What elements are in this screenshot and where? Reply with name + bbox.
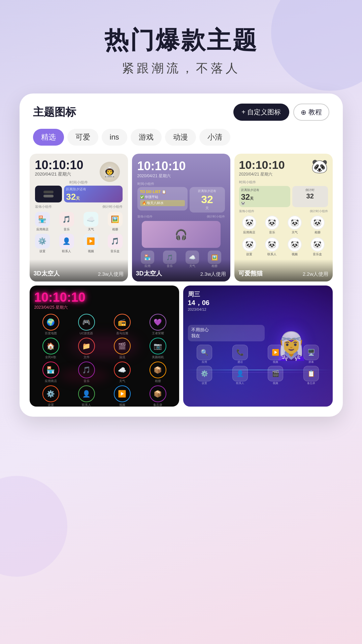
theme-users-white: 2.3w人使用: [98, 271, 124, 277]
panda-icons-row1: 🐼应用商店 🐼音乐 🐼天气 🐼相册: [239, 216, 328, 235]
neon-time: 10:10:10: [34, 290, 174, 305]
theme-grid-top: 10:10:10 2020/04/21 星期六 👨‍🚀 时间小组件: [30, 154, 333, 281]
theme-name-panda: 可爱熊猫: [238, 269, 263, 277]
widgets-row: 距离除夕还有 32天: [35, 186, 123, 202]
panda-widgets: 距离除夕还有 32天 🐼 倒计时 32: [239, 186, 328, 207]
anime-day: 周三: [188, 290, 328, 298]
hero-subtitle: 紧跟潮流，不落人: [104, 60, 258, 77]
panda-icons-row2: 🐼设置 🐼联系人 🐼视频 🐼音乐盒: [239, 237, 328, 257]
theme-card-panda[interactable]: 10:10:10 2020/04/21 星期六 🐼 时间小组件 距离除夕还有 3…: [234, 154, 333, 281]
countdown-widget: 距离除夕还有 32天: [64, 186, 122, 202]
tutorial-label: 教程: [308, 108, 322, 117]
app-grid: 🏪应用商店 🎵音乐 ☁️天气 🖼️相册 ⚙️设置 👤联系人 ▶️视频 🎵音乐盒: [35, 212, 123, 254]
purple-date: 2020/04/21 星期六: [137, 173, 225, 179]
theme-name-purple: 3D太空人: [136, 269, 162, 277]
tab-cute[interactable]: 可爱: [67, 129, 98, 146]
tab-anime[interactable]: 动漫: [165, 129, 196, 146]
theme-grid-bottom: 10:10:10 2023/04/25 星期六 🌍百度地图 🎮UC游览器 📻喜马…: [30, 286, 333, 407]
theme-footer-purple: 3D太空人 2.3w人使用: [132, 259, 230, 281]
main-card: 主题图标 + 自定义图标 ⊕ 教程 精选 可爱 ins 游戏 动漫 小清 10:…: [20, 93, 343, 417]
theme-users-purple: 2.3w人使用: [200, 271, 226, 277]
tab-game[interactable]: 游戏: [131, 129, 162, 146]
theme-card-neon[interactable]: 10:10:10 2023/04/25 星期六 🌍百度地图 🎮UC游览器 📻喜马…: [30, 286, 179, 407]
theme-card-purple[interactable]: 10:10:10 2020/04/21 星期六 时间小组件 TO DO LIST…: [132, 154, 230, 281]
widget-labels-row: 装饰小组件倒计时小组件: [35, 204, 123, 209]
neon-icons-grid1: 🌍百度地图 🎮UC游览器 📻喜马拉雅 💜王者荣耀: [34, 314, 174, 336]
tutorial-button[interactable]: ⊕ 教程: [293, 104, 329, 121]
theme-footer-white: 3D太空人 2.3w人使用: [30, 259, 128, 281]
anime-text-box: 不用担心我在: [188, 325, 265, 341]
theme-preview-neon: 10:10:10 2023/04/25 星期六 🌍百度地图 🎮UC游览器 📻喜马…: [30, 286, 179, 407]
filter-tabs: 精选 可爱 ins 游戏 动漫 小清: [30, 129, 333, 146]
hero-section: 热门爆款主题 紧跟潮流，不落人: [104, 27, 258, 77]
hero-title: 热门爆款主题: [104, 27, 258, 53]
card-header: 主题图标 + 自定义图标 ⊕ 教程: [30, 104, 333, 121]
anime-date: 2023/04/12: [188, 307, 328, 311]
panda-widget-time-label: 时间小组件: [239, 180, 328, 185]
anime-icons-row2: ⚙️设置 👤联系人 🎬视频 📋备忘录: [188, 366, 328, 385]
anime-time: 14，06: [188, 298, 328, 307]
purple-time: 10:10:10: [137, 159, 225, 173]
neon-date: 2023/04/25 星期六: [34, 305, 174, 310]
header-buttons: + 自定义图标 ⊕ 教程: [233, 104, 329, 121]
deco-widget: [35, 186, 62, 202]
theme-card-anime[interactable]: 🧝‍♀️ 周三 14，06 2023/04/12 不用担心我在 🔍应用 📞通话 …: [183, 286, 333, 407]
tab-fresh[interactable]: 小清: [199, 129, 230, 146]
purple-widget-label: 时间小组件: [137, 182, 225, 186]
purple-widgets: TO DO LIST 📋 ✅ 华强平站 🔥 每天八杯水 距离除夕还有 32 天: [137, 187, 225, 213]
panda-widget-labels: 装饰小组件倒计时小组件: [239, 209, 328, 214]
purple-product: 🎧: [142, 221, 221, 248]
purple-widget-labels: 装饰小组件倒计时小组件: [137, 215, 225, 219]
customize-button[interactable]: + 自定义图标: [233, 104, 289, 121]
astronaut-icon: 👨‍🚀: [100, 162, 120, 182]
anime-icons-row1: 🔍应用 📞通话 ▶️视频 🖥️屏幕: [188, 345, 328, 364]
theme-users-panda: 2.2w人使用: [303, 271, 329, 277]
neon-icons-grid4: ⚙️设置 👤联系人 ▶️视频 📦备忘录: [34, 385, 174, 407]
theme-card-white[interactable]: 10:10:10 2020/04/21 星期六 👨‍🚀 时间小组件: [30, 154, 128, 281]
tab-selected[interactable]: 精选: [33, 129, 64, 146]
card-title: 主题图标: [33, 105, 76, 120]
theme-name-white: 3D太空人: [34, 269, 60, 277]
tab-ins[interactable]: ins: [102, 129, 127, 146]
theme-footer-panda: 可爱熊猫 2.2w人使用: [234, 259, 333, 281]
tutorial-icon: ⊕: [301, 108, 306, 116]
theme-preview-anime: 🧝‍♀️ 周三 14，06 2023/04/12 不用担心我在 🔍应用 📞通话 …: [183, 286, 333, 407]
